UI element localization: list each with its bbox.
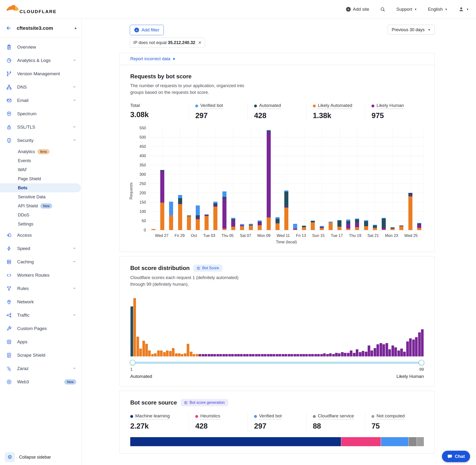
segment-likely-human	[160, 171, 164, 203]
collapse-sidebar[interactable]: ⚙ Collapse sidebar	[0, 449, 81, 465]
back-arrow-icon[interactable]	[6, 25, 12, 31]
source-segment-cloudflare-service	[409, 437, 417, 446]
stat-label[interactable]: Likely Human	[371, 103, 419, 109]
source-card: Bot score source Bot score generation Ma…	[119, 391, 434, 454]
sidebar-item-traffic[interactable]: Traffic	[0, 308, 81, 322]
sidebar-item-overview[interactable]: Overview	[0, 41, 81, 54]
stat-label[interactable]: Cloudflare service	[313, 413, 360, 420]
sidebar-item-network[interactable]: Network	[0, 295, 81, 308]
cloudflare-logo[interactable]: CLOUDFLARE	[5, 4, 57, 14]
segment-likely-automated	[249, 225, 253, 230]
segment-automated	[373, 225, 377, 228]
segment-likely-human	[382, 228, 386, 230]
segment-likely-automated	[222, 229, 226, 230]
add-filter-button[interactable]: + Add filter	[130, 25, 164, 35]
segment-likely-automated	[355, 227, 359, 230]
bar-1	[149, 128, 158, 230]
stat-label[interactable]: Not computed	[371, 413, 419, 420]
bot-score-badge[interactable]: Bot Score	[193, 264, 222, 272]
filter-chip-text: IP does not equal 35.212.240.32	[133, 40, 195, 45]
sidebar-item-caching[interactable]: Caching	[0, 255, 81, 269]
x-tick: Fri 29	[175, 233, 185, 238]
sidebar-subitem-analytics[interactable]: AnalyticsBeta	[0, 147, 81, 156]
sidebar-item-version-management[interactable]: Version Management	[0, 67, 81, 81]
slider-min-value: 1	[130, 367, 132, 372]
date-range-select[interactable]: Previous 30 days ▼	[388, 25, 434, 35]
remove-filter-icon[interactable]: ✕	[198, 40, 201, 45]
y-tick: 200	[139, 191, 146, 195]
sidebar-item-analytics-logs[interactable]: Analytics & Logs	[0, 54, 81, 67]
sidebar-subitem-api-shield[interactable]: API ShieldNew	[0, 201, 81, 211]
segment-likely-human	[355, 223, 359, 227]
chat-button[interactable]: Chat	[442, 451, 470, 462]
stat-label[interactable]: Automated	[254, 103, 302, 109]
sidebar-item-speed[interactable]: Speed	[0, 242, 81, 255]
sidebar-item-custom-pages[interactable]: Custom Pages	[0, 322, 81, 335]
sidebar-item-access[interactable]: Access	[0, 229, 81, 242]
sidebar-item-dns[interactable]: DNS	[0, 81, 81, 94]
sidebar-subitem-ddos[interactable]: DDoS	[0, 211, 81, 220]
legend-dot-icon	[313, 105, 316, 107]
sidebar-item-scrape-shield[interactable]: Scrape Shield	[0, 349, 81, 362]
chevron-down-icon: ▼	[414, 8, 417, 11]
sidebar-subitem-waf[interactable]: WAF	[0, 165, 81, 174]
score-bar-44	[258, 296, 261, 356]
stat-label[interactable]: Likely Automated	[313, 103, 360, 109]
sidebar-item-zaraz[interactable]: Zaraz	[0, 362, 81, 375]
score-bar-60	[305, 296, 308, 356]
language-menu[interactable]: English ▼	[428, 7, 447, 12]
sidebar-subitem-events[interactable]: Events	[0, 156, 81, 165]
date-range-value: Previous 30 days	[392, 27, 424, 32]
bot-score-generation-badge[interactable]: Bot score generation	[181, 399, 228, 406]
account-menu[interactable]: ▼	[458, 6, 469, 12]
sidebar-subitem-bots[interactable]: Bots	[0, 183, 81, 192]
y-tick: 0	[144, 228, 146, 232]
gear-icon[interactable]: ⚙	[5, 452, 15, 462]
segment-likely-human	[408, 195, 413, 196]
sidebar-subitem-settings[interactable]: Settings	[0, 220, 81, 229]
sidebar-item-label: Network	[17, 299, 76, 305]
sidebar-subitem-label: Analytics	[18, 149, 35, 154]
bar-24	[353, 128, 361, 230]
score-bar-84	[376, 296, 379, 356]
report-incorrect-data-link[interactable]: Report incorrect data	[120, 53, 434, 65]
slider-handle-max[interactable]	[419, 360, 424, 365]
stat-label[interactable]: Verified bot	[195, 103, 243, 109]
slider-handle-min[interactable]	[130, 360, 136, 365]
distribution-histogram	[130, 296, 424, 356]
bar-25	[362, 128, 370, 230]
sidebar-item-security[interactable]: Security	[0, 134, 81, 147]
support-menu[interactable]: Support ▼	[396, 7, 417, 12]
x-tick: Wed 27	[155, 233, 169, 238]
score-bar-87	[385, 296, 388, 356]
y-tick: 400	[139, 154, 146, 158]
chevron-right-icon[interactable]: ▸	[75, 26, 77, 30]
filter-chip[interactable]: IP does not equal 35.212.240.32 ✕	[130, 38, 205, 48]
sidebar-item-rules[interactable]: Rules	[0, 282, 81, 295]
segment-verified-bot	[382, 218, 386, 219]
sidebar-item-spectrum[interactable]: Spectrum	[0, 107, 81, 120]
segment-likely-automated	[178, 204, 182, 230]
stat-label[interactable]: Machine learning	[130, 413, 184, 420]
segment-likely-automated	[240, 226, 244, 230]
segment-automated	[391, 227, 395, 229]
bar-14	[264, 128, 273, 230]
score-bar-30	[216, 296, 219, 356]
plus-circle-icon: +	[346, 7, 351, 12]
sidebar-item-ssl-tls[interactable]: SSL/TLS	[0, 120, 81, 134]
bar-30	[406, 128, 414, 230]
add-site-button[interactable]: + Add site	[346, 7, 369, 12]
stat-label[interactable]: Heuristics	[195, 413, 243, 420]
sidebar-item-email[interactable]: Email	[0, 94, 81, 107]
sidebar-subitem-sensitive-data[interactable]: Sensitive Data	[0, 192, 81, 201]
sidebar-subitem-page-shield[interactable]: Page Shield	[0, 174, 81, 183]
segment-verified-bot	[417, 223, 421, 223]
search-button[interactable]	[380, 7, 385, 12]
sidebar-item-label: Zaraz	[17, 366, 67, 371]
segment-automated	[187, 215, 191, 216]
sidebar-item-workers-routes[interactable]: Workers Routes	[0, 269, 81, 282]
sidebar-item-apps[interactable]: Apps	[0, 335, 81, 349]
sidebar-item-web3[interactable]: Web3New	[0, 375, 81, 389]
chat-label: Chat	[455, 454, 465, 459]
stat-label[interactable]: Verified bot	[254, 413, 302, 420]
